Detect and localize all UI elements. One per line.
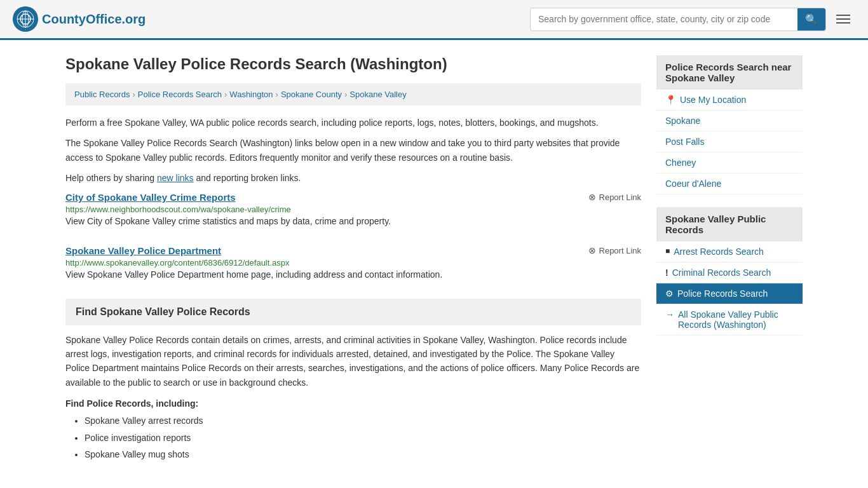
intro-para-2: The Spokane Valley Police Records Search… [65,136,641,165]
breadcrumb-link-washington[interactable]: Washington [229,90,273,99]
breadcrumb-sep-2: › [224,90,227,99]
sidebar-police-records-active[interactable]: ⚙ Police Records Search [656,283,803,304]
use-my-location-item[interactable]: 📍 Use My Location [656,90,803,111]
octagon-icon-2: ⊗ [588,245,596,255]
report-link-label-1: Report Link [599,193,641,202]
menu-line-1 [836,15,850,16]
report-link-label-2: Report Link [599,246,641,255]
site-header: CountyOffice.org 🔍 [0,0,868,40]
public-records-section-title: Spokane Valley Public Records [656,207,803,241]
location-pin-icon: 📍 [665,95,676,105]
search-box: 🔍 [530,8,826,31]
new-links-link[interactable]: new links [157,173,194,183]
list-item-3: Spokane Valley mug shots [85,447,641,461]
search-icon: 🔍 [805,14,818,25]
menu-button[interactable] [831,12,855,26]
search-button[interactable]: 🔍 [797,8,825,30]
sidebar-nearby-post-falls[interactable]: Post Falls [656,132,803,152]
arrow-icon: → [665,309,674,320]
breadcrumb-link-public-records[interactable]: Public Records [74,90,130,99]
public-records-section: Spokane Valley Public Records ■ Arrest R… [656,207,803,336]
sidebar-criminal-records[interactable]: ! Criminal Records Search [656,262,803,283]
resource-item-1: City of Spokane Valley Crime Reports ⊗ R… [65,192,641,233]
nearby-section-title: Police Records Search near Spokane Valle… [656,55,803,90]
search-area: 🔍 [530,8,855,31]
exclamation-icon: ! [665,268,668,278]
menu-line-2 [836,18,850,20]
sidebar-nearby-spokane[interactable]: Spokane [656,111,803,132]
find-bullet-list: Spokane Valley arrest records Police inv… [65,414,641,461]
gear-icon: ⚙ [665,288,674,299]
breadcrumb-sep-4: › [344,90,347,99]
breadcrumb-link-police-records-search[interactable]: Police Records Search [138,90,222,99]
find-section-header: Find Spokane Valley Police Records [65,299,641,325]
resource-title-1[interactable]: City of Spokane Valley Crime Reports [65,192,236,203]
sidebar-all-public-records[interactable]: → All Spokane Valley Public Records (Was… [656,304,803,336]
breadcrumb-sep-3: › [276,90,278,99]
report-link-button-1[interactable]: ⊗ Report Link [588,192,641,202]
sidebar-arrest-records[interactable]: ■ Arrest Records Search [656,241,803,262]
sidebar-nearby-coeur-dalene[interactable]: Coeur d'Alene [656,173,803,194]
sidebar-nearby-cheney[interactable]: Cheney [656,152,803,173]
resource-header-1: City of Spokane Valley Crime Reports ⊗ R… [65,192,641,203]
breadcrumb: Public Records › Police Records Search ›… [65,83,641,105]
logo-brand: CountyOffice [42,12,122,26]
resource-url-2: http://www.spokanevalley.org/content/683… [65,258,641,268]
main-container: Spokane Valley Police Records Search (Wa… [53,40,815,479]
resource-desc-2: View Spokane Valley Police Department ho… [65,269,641,280]
logo-icon [13,6,38,32]
main-content: Spokane Valley Police Records Search (Wa… [65,55,641,464]
logo-text: CountyOffice.org [42,12,146,27]
use-my-location-link[interactable]: Use My Location [680,95,746,105]
report-link-button-2[interactable]: ⊗ Report Link [588,245,641,255]
logo-suffix: .org [122,12,146,26]
find-list-header: Find Police Records, including: [65,398,641,409]
resource-item-2: Spokane Valley Police Department ⊗ Repor… [65,245,641,286]
search-input[interactable] [531,9,797,29]
square-icon: ■ [665,247,670,255]
menu-line-3 [836,22,850,24]
nearby-section: Police Records Search near Spokane Valle… [656,55,803,194]
intro-para-1: Perform a free Spokane Valley, WA public… [65,116,641,130]
breadcrumb-link-spokane-valley[interactable]: Spokane Valley [349,90,406,99]
find-section-body: Spokane Valley Police Records contain de… [65,333,641,390]
intro-para3-prefix: Help others by sharing [65,173,157,183]
logo-area: CountyOffice.org [13,6,146,32]
breadcrumb-sep-1: › [132,90,135,99]
resource-url-1: https://www.neighborhoodscout.com/wa/spo… [65,205,641,214]
list-item-1: Spokane Valley arrest records [85,414,641,428]
octagon-icon-1: ⊗ [588,192,596,202]
resource-header-2: Spokane Valley Police Department ⊗ Repor… [65,245,641,256]
intro-para3-suffix: and reporting broken links. [194,173,301,183]
sidebar: Police Records Search near Spokane Valle… [656,55,803,464]
list-item-2: Police investigation reports [85,431,641,445]
resource-title-2[interactable]: Spokane Valley Police Department [65,245,221,256]
resource-desc-1: View City of Spokane Valley crime statis… [65,216,641,226]
intro-para-3: Help others by sharing new links and rep… [65,171,641,185]
page-title: Spokane Valley Police Records Search (Wa… [65,55,641,73]
breadcrumb-link-spokane-county[interactable]: Spokane County [281,90,342,99]
